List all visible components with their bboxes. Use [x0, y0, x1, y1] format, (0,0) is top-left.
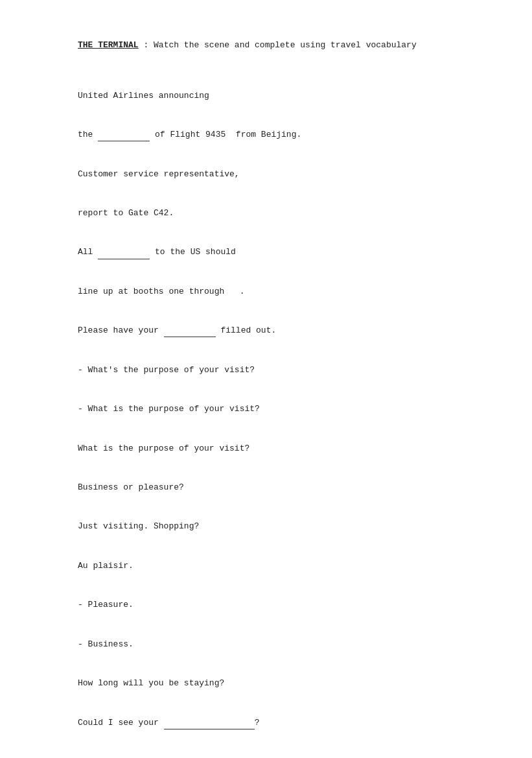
line-11: Business or pleasure? [78, 481, 467, 494]
line-8: - What's the purpose of your visit? [78, 364, 467, 377]
line-12: Just visiting. Shopping? [78, 520, 467, 533]
line-16: How long will you be staying? [78, 677, 467, 690]
line-3: Customer service representative, [78, 168, 467, 181]
blank-1 [98, 132, 150, 141]
line-4: report to Gate C42. [78, 207, 467, 220]
line-18: - What's the purpose of your visit? [78, 755, 467, 758]
content-block: United Airlines announcing the of Flight… [78, 64, 467, 759]
line-9: - What is the purpose of your visit? [78, 403, 467, 416]
line-17: Could I see your ? [78, 717, 467, 729]
line-15: - Business. [78, 638, 467, 651]
blank-3 [164, 328, 216, 337]
title-rest: : Watch the scene and complete using tra… [139, 40, 417, 50]
line-1: United Airlines announcing [78, 89, 467, 102]
blank-2 [98, 250, 150, 259]
blank-4 [164, 720, 255, 729]
title-line: THE TERMINAL : Watch the scene and compl… [78, 39, 467, 52]
line-6: line up at booths one through . [78, 285, 467, 298]
line-5: All to the US should [78, 246, 467, 259]
page: printables.com THE TERMINAL : Watch the … [0, 0, 532, 758]
line-10: What is the purpose of your visit? [78, 442, 467, 455]
line-13: Au plaisir. [78, 560, 467, 573]
line-7: Please have your filled out. [78, 324, 467, 337]
line-14: - Pleasure. [78, 598, 467, 611]
title-bold: THE TERMINAL [78, 40, 139, 50]
line-2: the of Flight 9435 from Beijing. [78, 128, 467, 141]
